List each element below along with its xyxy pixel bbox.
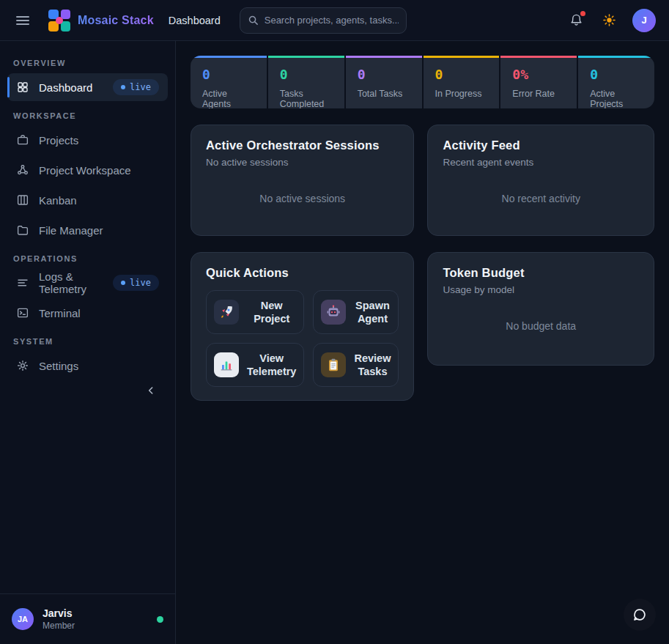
stat-value: 0: [358, 67, 410, 82]
stats-row: 0 Active Agents 0 Tasks Completed 0 Tota…: [191, 56, 654, 108]
breadcrumb-page-title: Dashboard: [169, 15, 221, 26]
nodes-icon: [16, 163, 29, 177]
stat-value: 0%: [512, 67, 565, 82]
search-input[interactable]: [240, 7, 407, 34]
stat-value: 0: [590, 67, 643, 82]
empty-state-text: No budget data: [443, 301, 639, 351]
stat-label: Active Agents: [202, 89, 255, 108]
live-badge: live: [113, 79, 159, 95]
stat-card-tasks-completed: 0 Tasks Completed: [268, 56, 344, 108]
sidebar-item-settings[interactable]: Settings: [7, 352, 168, 380]
dashboard-grid-icon: [16, 81, 29, 94]
card-subtitle: Recent agent events: [443, 157, 639, 168]
sidebar-item-label: Settings: [39, 360, 78, 372]
sidebar-item-label: Dashboard: [39, 81, 92, 94]
sidebar-item-kanban[interactable]: Kanban: [7, 186, 168, 214]
section-label-overview: OVERVIEW: [13, 59, 162, 67]
empty-state-text: No recent activity: [443, 175, 639, 222]
active-sessions-card: Active Orchestrator Sessions No active s…: [191, 125, 414, 236]
stat-label: Error Rate: [512, 89, 565, 99]
section-label-system: SYSTEM: [13, 337, 162, 346]
quick-action-label: Spawn Agent: [354, 299, 391, 325]
notifications-button[interactable]: [566, 10, 586, 30]
mosaic-logo-icon: [48, 10, 70, 32]
sidebar-item-file-manager[interactable]: File Manager: [7, 216, 168, 244]
stat-value: 0: [435, 67, 488, 82]
sidebar-item-label: File Manager: [39, 224, 103, 237]
sidebar-item-project-workspace[interactable]: Project Workspace: [7, 156, 168, 184]
stat-value: 0: [202, 67, 255, 82]
search-icon: [248, 15, 259, 26]
quick-action-label: View Telemetry: [247, 352, 296, 378]
app-title: Mosaic Stack: [78, 14, 154, 27]
sidebar-item-logs-telemetry[interactable]: Logs & Telemetry live: [7, 269, 168, 297]
sidebar-user-card[interactable]: JA Jarvis Member: [0, 593, 175, 644]
review-tasks-button[interactable]: Review Tasks: [313, 343, 399, 387]
new-project-button[interactable]: New Project: [206, 290, 304, 334]
briefcase-icon: [16, 133, 29, 147]
stat-card-error-rate: 0% Error Rate: [500, 56, 577, 108]
chart-icon: [214, 352, 239, 377]
kanban-columns-icon: [16, 193, 29, 207]
stat-card-active-agents: 0 Active Agents: [191, 56, 267, 108]
stat-value: 0: [280, 67, 333, 82]
sidebar-item-projects[interactable]: Projects: [7, 126, 168, 154]
sidebar-item-label: Terminal: [39, 307, 81, 319]
stat-label: Active Projects: [590, 89, 643, 108]
card-subtitle: Usage by model: [443, 284, 639, 295]
menu-toggle-button[interactable]: [13, 13, 32, 28]
sidebar-item-label: Kanban: [39, 194, 77, 207]
token-budget-card: Token Budget Usage by model No budget da…: [427, 252, 654, 366]
quick-action-label: Review Tasks: [354, 352, 391, 378]
user-initials-avatar: JA: [12, 608, 34, 630]
top-header: Mosaic Stack Dashboard J: [0, 0, 669, 41]
active-indicator: [7, 77, 10, 97]
user-avatar[interactable]: J: [632, 9, 656, 32]
stat-label: Tasks Completed: [280, 89, 333, 108]
main-content: 0 Active Agents 0 Tasks Completed 0 Tota…: [176, 41, 669, 644]
sun-icon: [602, 13, 616, 27]
stat-card-in-progress: 0 In Progress: [424, 56, 500, 108]
quick-action-label: New Project: [247, 299, 296, 325]
chevron-left-icon: [145, 385, 157, 396]
user-role: Member: [42, 621, 75, 631]
spawn-agent-button[interactable]: Spawn Agent: [313, 290, 399, 334]
card-title: Active Orchestrator Sessions: [206, 138, 399, 152]
app-logo[interactable]: Mosaic Stack: [48, 10, 154, 32]
sidebar-item-label: Project Workspace: [39, 164, 131, 177]
rocket-icon: [214, 300, 239, 325]
folder-icon: [16, 223, 29, 237]
card-title: Token Budget: [443, 266, 639, 280]
view-telemetry-button[interactable]: View Telemetry: [206, 343, 304, 387]
gear-icon: [16, 359, 29, 372]
card-title: Quick Actions: [206, 266, 399, 280]
log-lines-icon: [16, 276, 29, 289]
theme-toggle-button[interactable]: [599, 10, 619, 30]
sidebar-item-terminal[interactable]: Terminal: [7, 299, 168, 327]
section-label-workspace: WORKSPACE: [13, 111, 162, 120]
stat-card-active-projects: 0 Active Projects: [578, 56, 654, 108]
live-badge: live: [113, 275, 159, 291]
stat-label: In Progress: [435, 89, 488, 99]
chat-bubble-icon: [632, 607, 648, 623]
sidebar-item-label: Logs & Telemetry: [39, 270, 103, 295]
online-status-dot: [157, 616, 163, 623]
terminal-icon: [16, 306, 29, 319]
global-search: [240, 7, 407, 34]
chat-fab-button[interactable]: [624, 599, 656, 631]
user-name: Jarvis: [42, 607, 75, 619]
stat-card-total-tasks: 0 Total Tasks: [346, 56, 422, 108]
section-label-operations: OPERATIONS: [13, 254, 162, 263]
card-subtitle: No active sessions: [206, 157, 399, 168]
sidebar-item-dashboard[interactable]: Dashboard live: [7, 73, 168, 101]
robot-icon: [321, 300, 346, 325]
clipboard-icon: [321, 352, 346, 377]
sidebar-item-label: Projects: [39, 134, 78, 147]
stat-label: Total Tasks: [358, 89, 410, 99]
activity-feed-card: Activity Feed Recent agent events No rec…: [427, 125, 654, 236]
notification-dot: [580, 11, 585, 16]
empty-state-text: No active sessions: [206, 175, 399, 222]
card-title: Activity Feed: [443, 138, 639, 152]
sidebar-collapse-button[interactable]: [140, 380, 162, 401]
quick-actions-card: Quick Actions New Project Spawn Agent: [191, 252, 414, 401]
